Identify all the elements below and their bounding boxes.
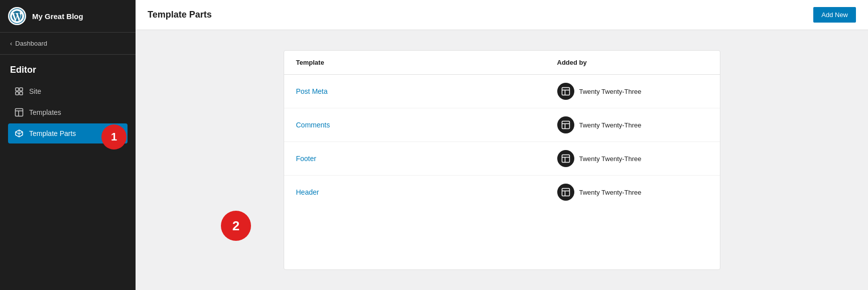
template-name-header: Header — [296, 188, 557, 196]
template-name-post-meta: Post Meta — [296, 87, 557, 95]
svg-rect-4 — [20, 92, 23, 95]
wordpress-logo — [8, 7, 26, 25]
sidebar-item-site[interactable]: Site — [8, 81, 128, 101]
svg-rect-14 — [562, 155, 569, 163]
dashboard-label: Dashboard — [15, 40, 47, 47]
table-row[interactable]: Header Twenty Twenty-Three — [284, 176, 720, 209]
added-by-cell: Twenty Twenty-Three — [557, 184, 708, 201]
svg-rect-8 — [562, 88, 569, 95]
sidebar-item-template-parts-label: Template Parts — [29, 129, 76, 137]
table-header: Template Added by — [284, 51, 720, 75]
template-parts-icon — [14, 128, 24, 138]
table-row[interactable]: Comments Twenty Twenty-Three — [284, 108, 720, 142]
editor-section-label: Editor — [8, 65, 128, 81]
dashboard-back-link[interactable]: ‹ Dashboard — [0, 33, 136, 55]
svg-rect-5 — [16, 109, 23, 116]
svg-point-0 — [8, 7, 26, 25]
added-by-name: Twenty Twenty-Three — [579, 155, 642, 163]
svg-rect-1 — [16, 88, 19, 91]
svg-rect-17 — [562, 189, 569, 196]
added-by-name: Twenty Twenty-Three — [579, 121, 642, 129]
added-by-name: Twenty Twenty-Three — [579, 189, 642, 196]
templates-icon — [14, 107, 24, 117]
main-content: Template Parts Add New Template Added by… — [136, 0, 868, 290]
site-name: My Great Blog — [32, 12, 83, 21]
theme-icon — [557, 150, 574, 167]
sidebar: My Great Blog ‹ Dashboard Editor Site — [0, 0, 136, 290]
svg-rect-3 — [16, 92, 19, 95]
svg-rect-2 — [20, 88, 23, 91]
template-parts-table: Template Added by Post Meta Twenty Twent… — [284, 50, 720, 270]
add-new-button[interactable]: Add New — [813, 7, 856, 23]
home-icon — [14, 86, 24, 96]
table-row[interactable]: Footer Twenty Twenty-Three — [284, 142, 720, 176]
theme-icon — [557, 184, 574, 201]
template-name-comments: Comments — [296, 121, 557, 129]
sidebar-item-templates-label: Templates — [29, 108, 61, 116]
added-by-cell: Twenty Twenty-Three — [557, 150, 708, 167]
added-by-cell: Twenty Twenty-Three — [557, 83, 708, 100]
table-row[interactable]: Post Meta Twenty Twenty-Three — [284, 75, 720, 108]
top-bar: Template Parts Add New — [136, 0, 868, 30]
chevron-left-icon: ‹ — [10, 40, 12, 47]
sidebar-item-templates[interactable]: Templates — [8, 102, 128, 122]
sidebar-item-site-label: Site — [29, 87, 41, 95]
sidebar-item-template-parts[interactable]: Template Parts — [8, 123, 128, 143]
sidebar-header: My Great Blog — [0, 0, 136, 33]
page-title: Template Parts — [148, 10, 212, 20]
theme-icon — [557, 116, 574, 133]
content-area: Template Added by Post Meta Twenty Twent… — [136, 30, 868, 290]
theme-icon — [557, 83, 574, 100]
svg-rect-11 — [562, 121, 569, 129]
col-header-template: Template — [296, 59, 557, 66]
added-by-cell: Twenty Twenty-Three — [557, 116, 708, 133]
added-by-name: Twenty Twenty-Three — [579, 88, 642, 95]
col-header-added-by: Added by — [557, 59, 708, 66]
sidebar-nav: Editor Site Template — [0, 55, 136, 149]
template-name-footer: Footer — [296, 155, 557, 163]
